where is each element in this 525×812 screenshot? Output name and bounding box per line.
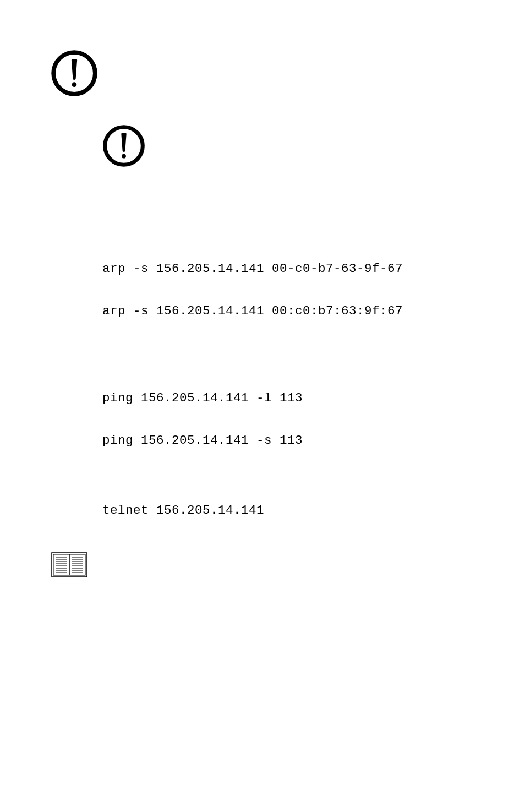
document-page: arp -s 156.205.14.141 00-c0-b7-63-9f-67 … (0, 0, 525, 612)
ping-unix-command: ping 156.205.14.141 -s 113 (102, 433, 471, 449)
telnet-command: telnet 156.205.14.141 (102, 503, 471, 519)
alert-icon (51, 50, 98, 97)
svg-point-1 (72, 82, 77, 87)
arp-windows-command: arp -s 156.205.14.141 00-c0-b7-63-9f-67 (102, 261, 471, 277)
ping-windows-command: ping 156.205.14.141 -l 113 (102, 390, 471, 406)
arp-unix-command: arp -s 156.205.14.141 00:c0:b7:63:9f:67 (102, 303, 471, 319)
book-icon (51, 551, 471, 579)
svg-point-3 (122, 154, 126, 159)
code-section: arp -s 156.205.14.141 00-c0-b7-63-9f-67 … (102, 261, 471, 519)
alert-icon (102, 124, 145, 167)
